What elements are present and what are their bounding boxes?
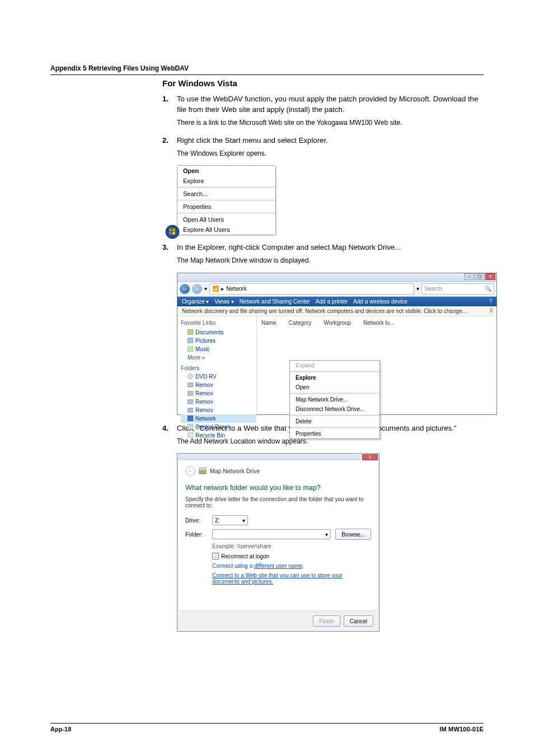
- address-bar[interactable]: 📶 ▸ Network: [209, 283, 414, 295]
- search-input[interactable]: Search 🔍: [421, 283, 494, 295]
- screenshot-explorer-network: – ▢ X ← → ▾ 📶 ▸ Network ▾ Search 🔍 Organ…: [177, 273, 497, 415]
- browse-button[interactable]: Browse...: [335, 529, 371, 540]
- reconnect-checkbox[interactable]: ✓ Reconnect at logon: [212, 553, 371, 559]
- close-button[interactable]: X: [485, 273, 495, 280]
- svg-rect-11: [188, 400, 193, 404]
- nav-dvd[interactable]: DVD RV: [181, 372, 256, 381]
- nav-recycle-bin[interactable]: Recycle Bin: [181, 431, 256, 440]
- help-icon[interactable]: ?: [489, 298, 492, 305]
- step-2-note: The Windows Explorer opens.: [177, 149, 484, 158]
- ctx-disconnect-network-drive[interactable]: Disconnect Network Drive...: [290, 404, 380, 414]
- step-1-note: There is a link to the Microsoft Web sit…: [177, 118, 484, 128]
- explorer-toolbar: Organize ▾ Views ▾ Network and Sharing C…: [177, 297, 496, 306]
- svg-point-8: [188, 374, 193, 379]
- reconnect-label: Reconnect at logon: [221, 553, 269, 559]
- menu-open[interactable]: Open: [177, 166, 275, 176]
- nav-network-selected[interactable]: Network: [181, 414, 256, 423]
- nav-documents[interactable]: Documents: [181, 328, 256, 337]
- menu-search[interactable]: Search...: [177, 189, 275, 199]
- toolbar-add-wireless[interactable]: Add a wireless device: [353, 298, 407, 305]
- toolbar-add-printer[interactable]: Add a printer: [316, 298, 348, 305]
- nav-removable[interactable]: Remov: [181, 398, 256, 406]
- ctx-delete[interactable]: Delete: [290, 417, 380, 426]
- nav-forward-button[interactable]: →: [192, 284, 202, 294]
- document-id: IM MW100-01E: [439, 726, 484, 732]
- refresh-dropdown-icon[interactable]: ▾: [416, 286, 419, 292]
- drive-value: Z:: [215, 517, 220, 524]
- svg-rect-17: [199, 468, 206, 470]
- drive-select[interactable]: Z: ▾: [212, 515, 248, 525]
- menu-separator: [290, 427, 380, 428]
- menu-properties[interactable]: Properties: [177, 202, 275, 212]
- menu-separator: [290, 371, 380, 372]
- toolbar-network-sharing-center[interactable]: Network and Sharing Center: [240, 298, 310, 305]
- menu-open-all-users[interactable]: Open All Users: [177, 214, 275, 225]
- menu-separator: [177, 213, 275, 213]
- page-number: App-18: [50, 726, 71, 732]
- toolbar-organize[interactable]: Organize ▾: [182, 298, 209, 305]
- column-workgroup[interactable]: Workgroup: [324, 320, 351, 328]
- finish-button[interactable]: Finish: [313, 615, 340, 627]
- nav-pictures[interactable]: Pictures: [181, 337, 256, 345]
- minimize-button[interactable]: –: [464, 273, 474, 280]
- svg-rect-10: [188, 391, 193, 395]
- menu-explore-all-users[interactable]: Explore All Users: [177, 225, 275, 235]
- rule-bottom: [50, 723, 484, 724]
- different-user-line: Connect using a different user name.: [212, 563, 371, 569]
- info-bar-text: Network discovery and file sharing are t…: [182, 308, 467, 314]
- close-button[interactable]: X: [362, 454, 378, 460]
- column-network-location[interactable]: Network lo...: [363, 320, 395, 328]
- screenshot-start-context-menu: Open Explore Search... Properties Open A…: [177, 165, 276, 235]
- svg-rect-15: [188, 432, 193, 438]
- back-button-icon[interactable]: ←: [185, 466, 195, 476]
- dialog-titlebar: X: [177, 454, 379, 460]
- rule-top: [50, 74, 484, 75]
- info-bar-close-icon[interactable]: X: [489, 307, 493, 314]
- ctx-explore[interactable]: Explore: [290, 373, 380, 382]
- toolbar-views[interactable]: Views ▾: [214, 298, 233, 305]
- svg-rect-14: [188, 424, 193, 430]
- different-user-link[interactable]: different user name: [254, 563, 302, 569]
- ctx-open[interactable]: Open: [290, 382, 380, 392]
- appendix-title: Appendix 5 Retrieving Files Using WebDAV: [50, 64, 484, 72]
- breadcrumb-arrow-icon: ▸: [221, 286, 224, 292]
- nav-more[interactable]: More »: [181, 353, 256, 362]
- info-bar[interactable]: Network discovery and file sharing are t…: [177, 306, 496, 316]
- section-heading: For Windows Vista: [162, 78, 484, 88]
- menu-explore[interactable]: Explore: [177, 176, 275, 186]
- ctx-properties[interactable]: Properties: [290, 429, 380, 438]
- dialog-subtitle: Specify the drive letter for the connect…: [185, 496, 371, 508]
- menu-separator: [290, 415, 380, 416]
- step-text: In the Explorer, right-click Computer an…: [177, 242, 401, 253]
- checkbox-icon: ✓: [212, 553, 219, 559]
- step-3-note: The Map Network Drive window is displaye…: [177, 256, 484, 265]
- favorite-links-header: Favorite Links: [181, 320, 256, 326]
- step-number: 2.: [162, 135, 177, 146]
- folder-input[interactable]: ▾: [212, 529, 331, 539]
- nav-removable[interactable]: Remov: [181, 381, 256, 389]
- nav-removable[interactable]: Remov: [181, 406, 256, 414]
- search-icon: 🔍: [485, 286, 491, 292]
- nav-removable[interactable]: Remov: [181, 389, 256, 398]
- step-3: 3. In the Explorer, right-click Computer…: [162, 242, 484, 253]
- ctx-map-network-drive[interactable]: Map Network Drive...: [290, 395, 380, 404]
- page-footer: App-18 IM MW100-01E: [0, 718, 534, 732]
- step-1: 1. To use the WebDAV function, you must …: [162, 94, 484, 115]
- cancel-button[interactable]: Cancel: [344, 615, 373, 627]
- column-category[interactable]: Category: [289, 320, 312, 328]
- folders-header[interactable]: Folders: [181, 365, 256, 371]
- svg-rect-5: [188, 329, 193, 335]
- dialog-title: Map Network Drive: [210, 468, 260, 474]
- maximize-button[interactable]: ▢: [475, 273, 485, 280]
- nav-dropdown-icon[interactable]: ▾: [204, 286, 207, 292]
- svg-rect-12: [188, 408, 193, 412]
- svg-rect-9: [188, 383, 193, 387]
- nav-music[interactable]: Music: [181, 345, 256, 353]
- svg-rect-13: [188, 416, 193, 421]
- nav-control-panel[interactable]: Control Panel: [181, 423, 256, 431]
- connect-web-site-link[interactable]: Connect to a Web site that you can use t…: [212, 572, 343, 585]
- column-name[interactable]: Name: [261, 320, 277, 328]
- nav-back-button[interactable]: ←: [180, 284, 190, 294]
- window-titlebar: – ▢ X: [177, 273, 496, 282]
- menu-separator: [177, 200, 275, 200]
